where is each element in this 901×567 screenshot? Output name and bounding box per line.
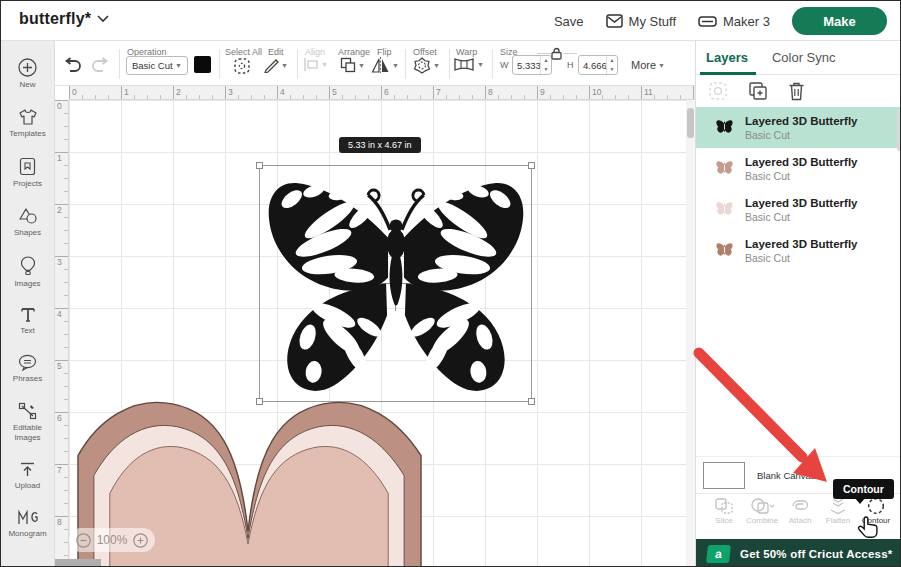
offset-button[interactable]: ▼ — [413, 57, 440, 74]
sidebar-item-templates[interactable]: Templates — [1, 101, 55, 146]
chevron-down-icon: ▼ — [321, 61, 328, 68]
layer-thumbnail-butterfly — [714, 240, 735, 261]
layer-operation: Basic Cut — [745, 252, 857, 265]
lock-ratio-toggle[interactable] — [551, 46, 562, 64]
sidebar-item-editable-images[interactable]: Editable Images — [1, 395, 55, 450]
sidebar-item-images[interactable]: Images — [1, 249, 55, 296]
warp-label: Warp — [456, 47, 477, 57]
select-all-button[interactable] — [233, 57, 251, 75]
height-input[interactable] — [579, 60, 606, 71]
contour-label: Contour — [862, 516, 890, 525]
width-field[interactable]: ▲▼ — [512, 55, 552, 75]
align-label: Align — [305, 47, 325, 57]
slice-button[interactable]: Slice — [706, 497, 742, 525]
chevron-down-icon: ▼ — [477, 61, 484, 68]
make-button[interactable]: Make — [792, 7, 887, 35]
more-button[interactable]: More ▼ — [631, 59, 665, 71]
my-stuff-button[interactable]: My Stuff — [606, 14, 676, 29]
left-toolbar: New Templates Projects Shapes Images Tex… — [1, 41, 55, 567]
height-field[interactable]: ▲▼ — [578, 55, 618, 75]
promo-banner[interactable]: a Get 50% off Cricut Access* — [696, 539, 901, 567]
chevron-down-icon: ▼ — [433, 62, 440, 69]
save-button[interactable]: Save — [554, 14, 584, 29]
redo-button[interactable] — [91, 57, 110, 73]
vector-edit-icon — [18, 402, 37, 420]
width-stepper[interactable]: ▲▼ — [540, 56, 551, 74]
selection-bounding-box[interactable] — [259, 165, 532, 402]
sidebar-item-phrases[interactable]: Phrases — [1, 347, 55, 391]
flatten-button[interactable]: Flatten — [820, 497, 856, 525]
v-ruler-number: 2 — [57, 205, 62, 215]
h-ruler-number: 0 — [72, 87, 77, 97]
sidebar-item-upload[interactable]: Upload — [1, 454, 55, 498]
color-swatch[interactable] — [194, 56, 211, 73]
operation-dropdown[interactable]: Basic Cut ▼ — [126, 56, 188, 75]
layer-row[interactable]: Layered 3D Butterfly Basic Cut — [696, 230, 901, 271]
zoom-out-button[interactable] — [76, 533, 91, 548]
trash-icon[interactable] — [788, 81, 805, 101]
machine-label: Maker 3 — [723, 14, 770, 29]
arrange-button[interactable]: ▼ — [340, 57, 365, 73]
layer-thumbnail-butterfly — [714, 199, 735, 220]
project-title-menu[interactable]: butterfly* — [19, 10, 109, 28]
canvas-horizontal-scrollbar[interactable] — [55, 559, 101, 567]
offset-icon — [413, 57, 431, 74]
v-ruler-number: 6 — [57, 413, 62, 423]
sidebar-label-upload: Upload — [15, 481, 40, 491]
duplicate-icon[interactable] — [748, 81, 768, 101]
undo-button[interactable] — [63, 57, 82, 73]
layer-thumbnail-butterfly — [714, 158, 735, 179]
blank-canvas-thumbnail — [703, 462, 745, 489]
layer-title: Layered 3D Butterfly — [745, 196, 857, 211]
cricut-access-badge: a — [706, 545, 731, 563]
v-ruler-number: 3 — [57, 257, 62, 267]
sidebar-item-text[interactable]: Text — [1, 300, 55, 343]
layer-list: Layered 3D Butterfly Basic Cut Layered 3… — [696, 107, 901, 457]
offset-label: Offset — [413, 47, 437, 57]
attach-button[interactable]: Attach — [782, 497, 818, 525]
flatten-icon — [828, 497, 848, 515]
vertical-ruler: 012345678 — [55, 100, 69, 567]
sidebar-item-shapes[interactable]: Shapes — [1, 200, 55, 245]
layer-row[interactable]: Layered 3D Butterfly Basic Cut — [696, 107, 901, 148]
selection-handle-se[interactable] — [528, 398, 535, 405]
sidebar-item-monogram[interactable]: Monogram — [1, 502, 55, 546]
edit-toolbar: Operation Basic Cut ▼ Select All Edit ▼ … — [55, 41, 695, 86]
height-stepper[interactable]: ▲▼ — [606, 56, 617, 74]
flip-button[interactable]: ▼ — [371, 57, 399, 73]
sidebar-item-new[interactable]: New — [1, 51, 55, 97]
group-icon[interactable] — [708, 81, 728, 101]
tab-color-sync[interactable]: Color Sync — [772, 50, 836, 65]
layer-row[interactable]: Layered 3D Butterfly Basic Cut — [696, 189, 901, 230]
canvas-vertical-scrollbar[interactable] — [686, 100, 695, 567]
layers-panel: Layers Color Sync Layered 3D Butterfly B… — [695, 41, 901, 567]
arrange-icon — [340, 57, 356, 73]
paperclip-icon — [790, 497, 810, 515]
tab-layers[interactable]: Layers — [706, 50, 748, 65]
more-label: More — [631, 59, 656, 71]
combine-button[interactable]: Combine — [744, 497, 780, 525]
layer-title: Layered 3D Butterfly — [745, 114, 857, 129]
layer-thumbnail-butterfly — [714, 117, 735, 138]
machine-select[interactable]: Maker 3 — [698, 14, 770, 29]
layer-list-scrollbar[interactable] — [897, 109, 901, 151]
height-label: H — [567, 60, 574, 70]
plus-circle-icon — [18, 58, 37, 77]
width-input[interactable] — [513, 60, 540, 71]
selection-handle-ne[interactable] — [528, 162, 535, 169]
warp-button[interactable]: ▼ — [453, 57, 484, 72]
sidebar-item-projects[interactable]: Projects — [1, 150, 55, 196]
selection-handle-nw[interactable] — [256, 162, 263, 169]
chevron-down-icon: ▼ — [281, 62, 288, 69]
promo-banner-text: Get 50% off Cricut Access* — [740, 548, 892, 560]
undo-icon — [63, 57, 82, 73]
slice-label: Slice — [715, 516, 732, 525]
layer-row[interactable]: Layered 3D Butterfly Basic Cut — [696, 148, 901, 189]
sidebar-label-new: New — [19, 80, 35, 90]
canvas-grid[interactable]: 5.33 in x 4.67 in — [69, 100, 695, 567]
zoom-in-button[interactable] — [133, 533, 148, 548]
design-canvas[interactable]: 01234567891011 012345678 — [55, 86, 695, 567]
sidebar-label-editable-images: Phrases — [13, 374, 42, 384]
align-button[interactable]: ▼ — [303, 57, 328, 72]
edit-button[interactable]: ▼ — [263, 57, 288, 73]
